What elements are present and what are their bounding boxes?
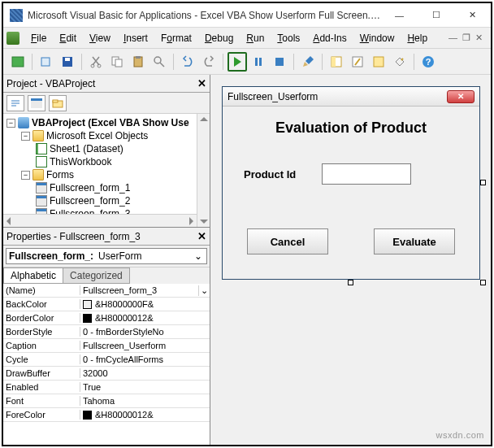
toggle-folders-button[interactable] <box>49 95 67 111</box>
property-row[interactable]: (Name)Fullscreen_form_3⌄ <box>3 284 210 298</box>
svg-rect-11 <box>255 58 258 66</box>
product-id-input[interactable] <box>322 163 411 185</box>
property-value[interactable]: 0 - fmCycleAllForms <box>80 354 210 364</box>
property-row[interactable]: FontTahoma <box>3 394 210 408</box>
tree-hscrollbar[interactable] <box>3 214 197 227</box>
svg-rect-3 <box>65 58 70 61</box>
properties-pane-close-icon[interactable]: ✕ <box>197 230 206 242</box>
cancel-button[interactable]: Cancel <box>247 228 328 254</box>
tab-categorized[interactable]: Categorized <box>63 267 130 284</box>
menu-tools[interactable]: Tools <box>271 31 306 46</box>
svg-text:?: ? <box>426 57 431 67</box>
svg-rect-0 <box>12 57 24 67</box>
menu-edit[interactable]: Edit <box>53 31 83 46</box>
resize-handle[interactable] <box>480 180 486 185</box>
design-mode-button[interactable] <box>298 52 318 72</box>
resize-handle[interactable] <box>480 280 486 285</box>
userform-title-label[interactable]: Evaluation of Product <box>223 120 479 137</box>
product-id-label[interactable]: Product Id <box>244 168 296 181</box>
properties-grid[interactable]: (Name)Fullscreen_form_3⌄BackColor&H80000… <box>3 284 210 445</box>
userform-caption: Fullscreen_Userform <box>228 91 447 102</box>
menu-help[interactable]: Help <box>401 31 434 46</box>
property-row[interactable]: BorderStyle0 - fmBorderStyleNo <box>3 325 210 339</box>
property-name: DrawBuffer <box>3 368 80 378</box>
tree-folder-objects[interactable]: −Microsoft Excel Objects <box>5 129 208 142</box>
menubar: File Edit View Insert Format Debug Run T… <box>3 28 491 49</box>
property-value[interactable]: 0 - fmBorderStyleNo <box>80 327 210 337</box>
paste-button[interactable] <box>128 52 148 72</box>
property-row[interactable]: Cycle0 - fmCycleAllForms <box>3 353 210 367</box>
tree-form1[interactable]: Fullscreen_form_1 <box>5 181 208 194</box>
find-button[interactable] <box>150 52 169 72</box>
tab-alphabetic[interactable]: Alphabetic <box>3 267 63 284</box>
tree-vscrollbar[interactable] <box>197 114 210 227</box>
evaluate-button[interactable]: Evaluate <box>374 228 455 254</box>
mdi-minimize-icon[interactable]: — <box>448 33 457 43</box>
run-button[interactable] <box>228 52 247 72</box>
mdi-close-icon[interactable]: ✕ <box>475 33 483 43</box>
window-title: Microsoft Visual Basic for Applications … <box>28 10 381 21</box>
view-excel-button[interactable] <box>8 52 28 72</box>
object-browser-button[interactable] <box>369 52 388 72</box>
tree-form2[interactable]: Fullscreen_form_2 <box>5 194 208 207</box>
copy-button[interactable] <box>107 52 127 72</box>
property-name: ForeColor <box>3 410 80 420</box>
cut-button[interactable] <box>86 52 106 72</box>
property-value[interactable]: Tahoma <box>80 396 210 406</box>
property-value[interactable]: Fullscreen_form_3 <box>80 285 198 295</box>
tree-thisworkbook[interactable]: ThisWorkbook <box>5 155 208 168</box>
help-button[interactable]: ? <box>418 52 438 72</box>
break-button[interactable] <box>249 52 268 72</box>
chevron-down-icon: ⌄ <box>193 250 204 262</box>
property-row[interactable]: CaptionFullscreen_Userform <box>3 339 210 353</box>
undo-button[interactable] <box>178 52 197 72</box>
property-value[interactable]: &H8000000F& <box>80 299 210 309</box>
menu-view[interactable]: View <box>83 31 117 46</box>
reset-button[interactable] <box>270 52 289 72</box>
property-value[interactable]: 32000 <box>80 368 210 378</box>
mdi-restore-icon[interactable]: ❐ <box>462 33 470 43</box>
properties-object-combo[interactable]: Fullscreen_form_: UserForm ⌄ <box>6 248 207 264</box>
property-row[interactable]: BackColor&H8000000F& <box>3 298 210 311</box>
view-object-button[interactable] <box>28 95 46 111</box>
svg-rect-12 <box>259 58 262 66</box>
menu-file[interactable]: File <box>24 31 53 46</box>
menu-format[interactable]: Format <box>154 31 198 46</box>
project-explorer-button[interactable] <box>327 52 346 72</box>
properties-window-button[interactable] <box>348 52 367 72</box>
property-row[interactable]: ForeColor&H80000012& <box>3 408 210 422</box>
svg-rect-22 <box>31 98 42 101</box>
property-value[interactable]: Fullscreen_Userform <box>80 341 210 350</box>
userform-close-icon[interactable]: ✕ <box>447 90 474 103</box>
property-name: Cycle <box>3 354 80 364</box>
menu-insert[interactable]: Insert <box>117 31 154 46</box>
menu-addins[interactable]: Add-Ins <box>306 31 353 46</box>
property-row[interactable]: DrawBuffer32000 <box>3 367 210 381</box>
property-value[interactable]: &H80000012& <box>80 313 210 323</box>
menu-debug[interactable]: Debug <box>198 31 240 46</box>
tree-folder-forms[interactable]: −Forms <box>5 168 208 181</box>
project-pane-close-icon[interactable]: ✕ <box>197 77 206 89</box>
resize-handle[interactable] <box>348 280 353 285</box>
form-designer[interactable]: Fullscreen_Userform ✕ Evaluation of Prod… <box>210 75 491 445</box>
save-button[interactable] <box>58 52 77 72</box>
view-code-button[interactable] <box>6 95 24 111</box>
property-row[interactable]: EnabledTrue <box>3 381 210 394</box>
close-button[interactable]: ✕ <box>454 3 491 28</box>
project-tree[interactable]: −VBAProject (Excel VBA Show Use −Microso… <box>3 114 210 228</box>
toolbox-button[interactable] <box>390 52 410 72</box>
minimize-button[interactable]: — <box>381 3 418 28</box>
menu-run[interactable]: Run <box>240 31 271 46</box>
property-value[interactable]: &H80000012& <box>80 410 210 420</box>
property-name: Caption <box>3 341 80 350</box>
tree-sheet1[interactable]: Sheet1 (Dataset) <box>5 142 208 155</box>
app-icon <box>10 9 23 22</box>
tree-root-project[interactable]: −VBAProject (Excel VBA Show Use <box>5 116 208 129</box>
userform[interactable]: Fullscreen_Userform ✕ Evaluation of Prod… <box>222 86 480 280</box>
redo-button[interactable] <box>199 52 219 72</box>
maximize-button[interactable]: ☐ <box>418 3 454 28</box>
property-value[interactable]: True <box>80 382 210 392</box>
menu-window[interactable]: Window <box>353 31 401 46</box>
insert-item-button[interactable] <box>37 52 56 72</box>
property-row[interactable]: BorderColor&H80000012& <box>3 311 210 325</box>
